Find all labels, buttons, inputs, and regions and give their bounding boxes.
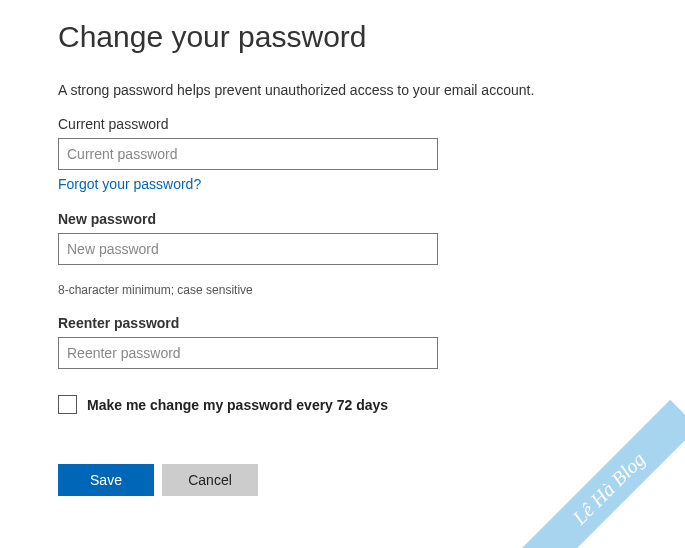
password-hint: 8-character minimum; case sensitive xyxy=(58,283,685,297)
current-password-input[interactable] xyxy=(58,138,438,170)
new-password-group: New password xyxy=(58,211,685,265)
button-row: Save Cancel xyxy=(58,464,685,496)
cancel-button[interactable]: Cancel xyxy=(162,464,258,496)
reenter-password-label: Reenter password xyxy=(58,315,685,331)
change-every-72-days-row: Make me change my password every 72 days xyxy=(58,395,685,414)
new-password-label: New password xyxy=(58,211,685,227)
new-password-input[interactable] xyxy=(58,233,438,265)
page-description: A strong password helps prevent unauthor… xyxy=(58,82,685,98)
reenter-password-group: Reenter password xyxy=(58,315,685,369)
reenter-password-input[interactable] xyxy=(58,337,438,369)
change-every-72-days-label[interactable]: Make me change my password every 72 days xyxy=(87,397,388,413)
current-password-label: Current password xyxy=(58,116,685,132)
current-password-group: Current password Forgot your password? xyxy=(58,116,685,193)
save-button[interactable]: Save xyxy=(58,464,154,496)
change-every-72-days-checkbox[interactable] xyxy=(58,395,77,414)
forgot-password-link[interactable]: Forgot your password? xyxy=(58,176,201,192)
page-title: Change your password xyxy=(58,20,685,54)
